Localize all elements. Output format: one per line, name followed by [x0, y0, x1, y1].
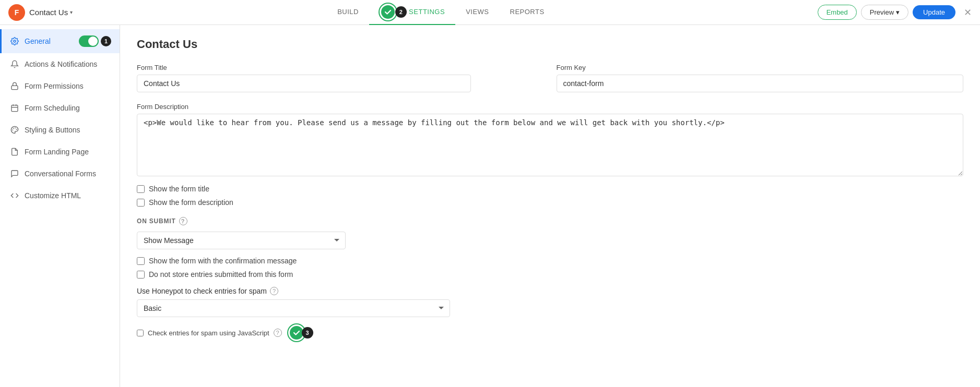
- honeypot-info-icon[interactable]: ?: [270, 287, 278, 295]
- tab-views[interactable]: VIEWS: [455, 0, 499, 25]
- update-button[interactable]: Update: [913, 5, 955, 19]
- no-store-label[interactable]: Do not store entries submitted from this…: [149, 270, 293, 279]
- svg-rect-1: [11, 86, 18, 89]
- form-description-textarea[interactable]: <p>We would like to hear from you. Pleas…: [137, 114, 963, 176]
- svg-point-6: [15, 128, 16, 128]
- on-submit-select-wrap: Show Message Redirect to URL Reset Form: [137, 232, 963, 249]
- svg-rect-2: [11, 105, 18, 112]
- file-icon: [10, 147, 19, 156]
- sidebar-item-label: Styling & Buttons: [25, 126, 80, 134]
- sidebar-item-label: Customize HTML: [25, 191, 81, 200]
- show-confirmation-label[interactable]: Show the form with the confirmation mess…: [149, 257, 297, 265]
- main-layout: General 1 Actions & Notifications Form P…: [0, 25, 980, 387]
- title-key-row: Form Title Form Key: [137, 64, 963, 92]
- top-nav: F Contact Us ▾ BUILD 2 SETTINGS VIEWS RE…: [0, 0, 980, 25]
- sidebar: General 1 Actions & Notifications Form P…: [0, 25, 120, 387]
- general-toggle[interactable]: [79, 35, 99, 47]
- javascript-spam-row: Check entries for spam using JavaScript …: [137, 324, 963, 341]
- form-key-group: Form Key: [557, 64, 964, 92]
- app-logo: F: [8, 4, 25, 21]
- gear-icon: [10, 37, 19, 46]
- form-description-label: Form Description: [137, 103, 963, 111]
- honeypot-select[interactable]: Basic Advanced Off: [137, 299, 450, 317]
- nav-actions: Embed Preview ▾ Update ✕: [818, 5, 972, 20]
- preview-chevron-icon: ▾: [896, 8, 900, 16]
- badge3-number: 3: [302, 327, 313, 338]
- form-title-label: Form Title: [137, 64, 544, 71]
- paint-icon: [10, 125, 19, 135]
- app-title-text: Contact Us: [29, 8, 68, 17]
- svg-point-0: [14, 40, 16, 42]
- settings-tab-wrap: 2: [380, 4, 407, 20]
- no-store-group: Do not store entries submitted from this…: [137, 270, 963, 279]
- form-key-label: Form Key: [557, 64, 964, 71]
- form-title-input[interactable]: [137, 75, 471, 92]
- sidebar-item-conversational-forms[interactable]: Conversational Forms: [0, 163, 120, 185]
- sidebar-item-form-landing-page[interactable]: Form Landing Page: [0, 141, 120, 163]
- on-submit-select[interactable]: Show Message Redirect to URL Reset Form: [137, 232, 346, 249]
- sidebar-item-form-permissions[interactable]: Form Permissions: [0, 75, 120, 97]
- tab-settings[interactable]: 2 SETTINGS: [369, 0, 455, 25]
- show-form-description-checkbox[interactable]: [137, 199, 145, 207]
- honeypot-label-row: Use Honeypot to check entries for spam ?: [137, 287, 963, 295]
- sidebar-item-label: Form Scheduling: [25, 104, 80, 112]
- javascript-spam-info-icon[interactable]: ?: [274, 329, 282, 337]
- show-form-title-checkbox[interactable]: [137, 185, 145, 193]
- title-chevron-icon: ▾: [70, 9, 73, 15]
- app-title[interactable]: Contact Us ▾: [29, 8, 73, 17]
- sidebar-item-label: Actions & Notifications: [25, 60, 97, 68]
- form-key-input[interactable]: [557, 75, 964, 92]
- sidebar-item-general[interactable]: General 1: [0, 29, 120, 53]
- settings-check-icon: [380, 4, 396, 20]
- embed-button[interactable]: Embed: [818, 5, 857, 20]
- sidebar-item-customize-html[interactable]: Customize HTML: [0, 185, 120, 207]
- nav-tabs: BUILD 2 SETTINGS VIEWS REPORTS: [327, 0, 554, 25]
- sidebar-item-label: General: [25, 37, 51, 45]
- chat-icon: [10, 169, 19, 178]
- preview-button[interactable]: Preview ▾: [861, 5, 908, 20]
- svg-point-9: [13, 130, 13, 130]
- tab-build[interactable]: BUILD: [327, 0, 369, 25]
- on-submit-section-label: ON SUBMIT ?: [137, 217, 963, 225]
- show-confirmation-checkbox[interactable]: [137, 257, 145, 265]
- show-form-title-label[interactable]: Show the form title: [149, 185, 209, 193]
- lock-icon: [10, 81, 19, 91]
- sidebar-item-label: Form Landing Page: [25, 148, 89, 156]
- form-description-group: Form Description <p>We would like to hea…: [137, 103, 963, 176]
- show-form-title-group: Show the form title: [137, 185, 963, 193]
- on-submit-info-icon[interactable]: ?: [179, 217, 187, 225]
- honeypot-select-wrap: Basic Advanced Off: [137, 299, 963, 317]
- honeypot-label: Use Honeypot to check entries for spam: [137, 287, 267, 295]
- bell-icon: [10, 59, 19, 69]
- sidebar-item-styling-buttons[interactable]: Styling & Buttons: [0, 119, 120, 141]
- settings-badge: 2: [395, 6, 407, 18]
- show-confirmation-group: Show the form with the confirmation mess…: [137, 257, 963, 265]
- badge3-wrap: 3: [288, 324, 313, 341]
- form-title-group: Form Title: [137, 64, 544, 92]
- main-content: Contact Us Form Title Form Key Form Desc…: [120, 25, 980, 387]
- page-title: Contact Us: [137, 38, 963, 51]
- tab-reports[interactable]: REPORTS: [500, 0, 555, 25]
- no-store-checkbox[interactable]: [137, 271, 145, 279]
- calendar-icon: [10, 103, 19, 113]
- javascript-spam-label[interactable]: Check entries for spam using JavaScript: [148, 329, 269, 337]
- general-badge: 1: [101, 36, 111, 46]
- svg-point-7: [16, 129, 17, 130]
- javascript-spam-checkbox[interactable]: [137, 330, 144, 336]
- sidebar-item-label: Form Permissions: [25, 82, 84, 90]
- show-form-description-label[interactable]: Show the form description: [149, 198, 233, 207]
- sidebar-item-actions-notifications[interactable]: Actions & Notifications: [0, 53, 120, 75]
- code-icon: [10, 191, 19, 200]
- close-button[interactable]: ✕: [964, 7, 972, 18]
- svg-point-8: [13, 128, 14, 129]
- sidebar-item-label: Conversational Forms: [25, 170, 96, 178]
- sidebar-item-form-scheduling[interactable]: Form Scheduling: [0, 97, 120, 119]
- show-form-description-group: Show the form description: [137, 198, 963, 207]
